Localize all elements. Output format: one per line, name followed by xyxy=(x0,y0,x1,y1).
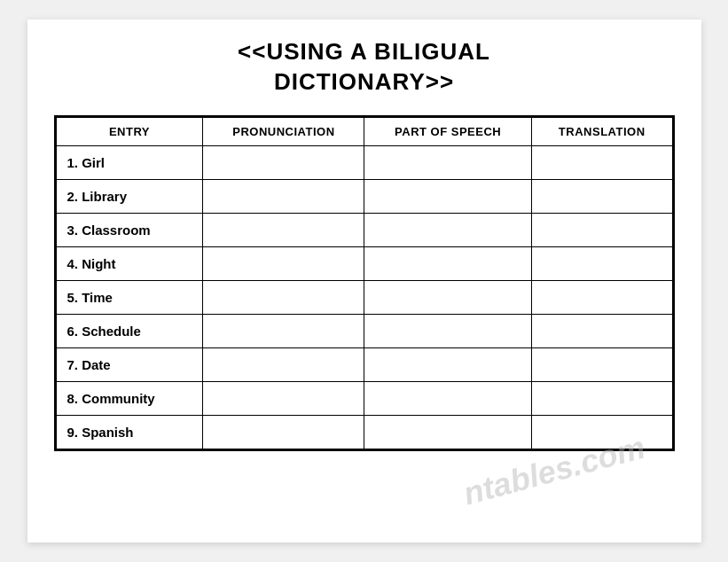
entry-cell: 3. Classroom xyxy=(56,213,203,246)
table-row: 8. Community xyxy=(56,381,672,415)
table-row: 5. Time xyxy=(56,280,672,314)
table-row: 4. Night xyxy=(56,246,672,280)
pronunciation-cell xyxy=(203,179,364,213)
title-line2: DICTIONARY>> xyxy=(54,67,675,98)
part-of-speech-cell xyxy=(364,280,532,314)
entry-cell: 1. Girl xyxy=(56,145,203,179)
dictionary-table-wrapper: ENTRY PRONUNCIATION PART OF SPEECH TRANS… xyxy=(54,115,675,451)
table-row: 1. Girl xyxy=(56,145,672,179)
entry-cell: 5. Time xyxy=(56,280,203,314)
translation-cell xyxy=(531,280,672,314)
pronunciation-cell xyxy=(203,415,364,449)
dictionary-table: ENTRY PRONUNCIATION PART OF SPEECH TRANS… xyxy=(56,117,673,449)
col-header-translation: TRANSLATION xyxy=(531,117,672,145)
part-of-speech-cell xyxy=(364,381,532,415)
pronunciation-cell xyxy=(203,280,364,314)
page-title: <<USING A BILIGUAL DICTIONARY>> xyxy=(54,37,675,98)
pronunciation-cell xyxy=(203,145,364,179)
col-header-entry: ENTRY xyxy=(56,117,203,145)
entry-cell: 7. Date xyxy=(56,347,203,381)
page: <<USING A BILIGUAL DICTIONARY>> ENTRY PR… xyxy=(27,20,701,542)
table-row: 9. Spanish xyxy=(56,415,672,449)
col-header-pronunciation: PRONUNCIATION xyxy=(203,117,364,145)
table-row: 2. Library xyxy=(56,179,672,213)
pronunciation-cell xyxy=(203,347,364,381)
entry-cell: 4. Night xyxy=(56,246,203,280)
entry-cell: 6. Schedule xyxy=(56,314,203,347)
pronunciation-cell xyxy=(203,314,364,347)
part-of-speech-cell xyxy=(364,415,532,449)
part-of-speech-cell xyxy=(364,347,532,381)
entry-cell: 8. Community xyxy=(56,381,203,415)
translation-cell xyxy=(531,213,672,246)
table-row: 3. Classroom xyxy=(56,213,672,246)
table-header-row: ENTRY PRONUNCIATION PART OF SPEECH TRANS… xyxy=(56,117,672,145)
table-row: 6. Schedule xyxy=(56,314,672,347)
translation-cell xyxy=(531,314,672,347)
translation-cell xyxy=(531,415,672,449)
part-of-speech-cell xyxy=(364,246,532,280)
entry-cell: 2. Library xyxy=(56,179,203,213)
translation-cell xyxy=(531,179,672,213)
part-of-speech-cell xyxy=(364,179,532,213)
col-header-part-of-speech: PART OF SPEECH xyxy=(364,117,532,145)
entry-cell: 9. Spanish xyxy=(56,415,203,449)
pronunciation-cell xyxy=(203,246,364,280)
translation-cell xyxy=(531,145,672,179)
translation-cell xyxy=(531,381,672,415)
part-of-speech-cell xyxy=(364,213,532,246)
table-row: 7. Date xyxy=(56,347,672,381)
pronunciation-cell xyxy=(203,381,364,415)
part-of-speech-cell xyxy=(364,145,532,179)
translation-cell xyxy=(531,347,672,381)
pronunciation-cell xyxy=(203,213,364,246)
title-line1: <<USING A BILIGUAL xyxy=(54,37,675,67)
part-of-speech-cell xyxy=(364,314,532,347)
translation-cell xyxy=(531,246,672,280)
